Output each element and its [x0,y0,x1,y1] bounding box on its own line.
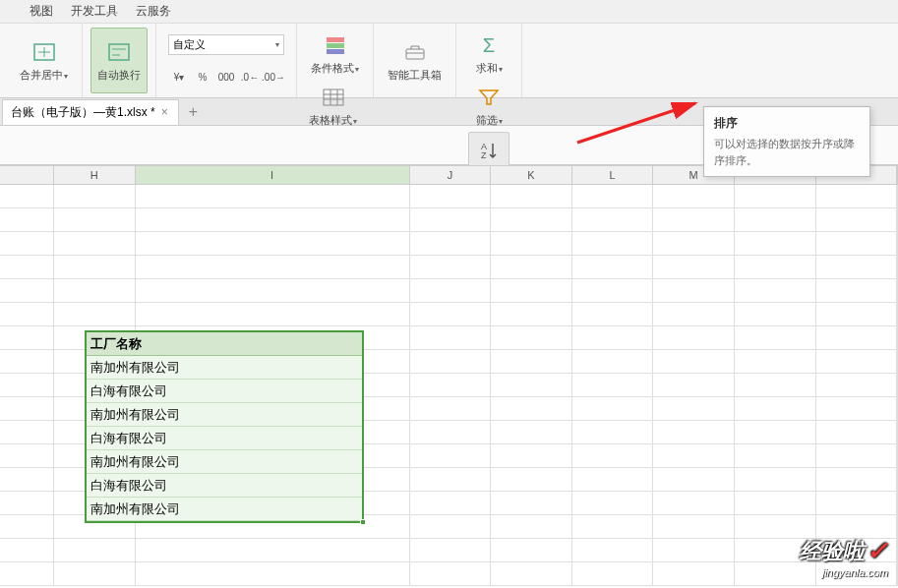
menu-bar: 视图 开发工具 云服务 [0,0,898,24]
watermark: 经验啦 ✓ jingyanla.com [800,536,888,578]
table-row: 白海有限公司 [87,427,362,450]
toolbox-icon [401,38,429,66]
col-header-L[interactable]: L [572,165,654,185]
filter-button[interactable]: 筛选▾ [469,80,509,132]
svg-rect-7 [327,43,344,48]
svg-rect-6 [327,37,344,42]
col-header-I[interactable]: I [136,165,410,185]
col-header-J[interactable]: J [410,165,492,185]
wrap-icon [105,38,133,66]
menu-cloud[interactable]: 云服务 [136,3,171,20]
conditional-format-button[interactable]: 条件格式▾ [305,28,365,80]
merge-center-button[interactable]: 合并居中▾ [14,28,74,93]
col-header-blank[interactable] [0,165,54,185]
filter-icon [475,84,503,111]
sum-button[interactable]: Σ 求和▾ [469,28,509,80]
close-icon[interactable]: × [159,105,170,119]
table-row: 南加州有限公司 [87,403,362,427]
tablestyle-icon [320,84,347,111]
table-row: 白海有限公司 [87,380,362,403]
table-header: 工厂名称 [87,332,362,356]
svg-rect-14 [406,49,424,59]
number-format-combo[interactable]: 自定义▾ [168,34,284,55]
table-style-button[interactable]: 表格样式▾ [303,80,363,132]
condfmt-icon [322,31,349,59]
spreadsheet-grid[interactable]: H I J K L M 工厂名称 南加州有限公司 白海有限公司 南加州有限公司 [0,165,898,586]
smart-toolbox-button[interactable]: 智能工具箱 [382,28,448,93]
fill-handle[interactable] [360,519,366,525]
comma-icon[interactable]: 000 [215,67,237,87]
table-row: 白海有限公司 [87,474,362,498]
tooltip-title: 排序 [714,115,860,132]
menu-view[interactable]: 视图 [30,3,53,20]
watermark-url: jingyanla.com [800,566,888,578]
increase-decimal-icon[interactable]: .00→ [263,67,284,87]
table-row: 南加州有限公司 [87,498,362,521]
check-icon: ✓ [867,536,888,566]
wrap-text-button[interactable]: 自动换行 [90,28,148,93]
table-row: 南加州有限公司 [87,356,362,380]
col-header-K[interactable]: K [491,165,572,185]
add-tab-button[interactable]: + [179,99,208,125]
table-row: 南加州有限公司 [87,450,362,474]
menu-dev[interactable]: 开发工具 [71,3,118,20]
col-header-H[interactable]: H [54,165,136,185]
merge-icon [30,38,58,66]
sort-tooltip: 排序 可以对选择的数据按升序或降序排序。 [703,106,870,177]
watermark-text: 经验啦 [800,537,865,566]
svg-rect-8 [327,49,344,54]
ribbon: 合并居中▾ 自动换行 自定义▾ ¥▾ % 000 .0← .00→ [0,24,898,98]
selected-range[interactable]: 工厂名称 南加州有限公司 白海有限公司 南加州有限公司 白海有限公司 南加州有限… [85,330,364,523]
sort-icon: AZ [475,137,503,164]
tooltip-body: 可以对选择的数据按升序或降序排序。 [714,136,860,168]
percent-icon[interactable]: % [192,67,213,87]
svg-text:Z: Z [481,150,487,160]
decrease-decimal-icon[interactable]: .0← [239,67,261,87]
tab-label: 台账（电子版）—黄1.xlsx * [11,104,155,121]
sum-icon: Σ [475,31,503,59]
svg-rect-3 [109,44,129,60]
currency-icon[interactable]: ¥▾ [168,67,190,87]
document-tab[interactable]: 台账（电子版）—黄1.xlsx * × [2,99,179,125]
svg-rect-9 [324,89,343,105]
